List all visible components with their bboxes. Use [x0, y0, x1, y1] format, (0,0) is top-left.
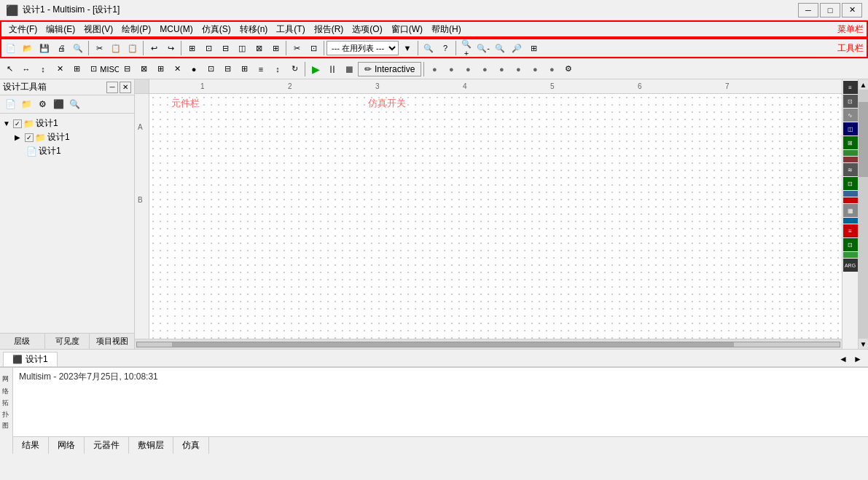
toolbar-print[interactable]: 🖨	[53, 40, 69, 56]
toolbox-folder-icon[interactable]: 📁	[19, 97, 34, 111]
tab-project[interactable]: 项目视图	[90, 334, 134, 349]
comp-btn-label[interactable]: ✕	[52, 61, 68, 77]
sim-mode-btn7[interactable]: ●	[527, 61, 543, 77]
toolbar-btn6[interactable]: ⊞	[267, 40, 284, 56]
toolbox-settings-icon[interactable]: ⚙	[35, 97, 50, 111]
inst-btn-10[interactable]: ⊡	[843, 238, 858, 251]
inst-colored-1[interactable]	[843, 150, 858, 156]
sim-stop-button[interactable]: ⏹	[341, 61, 357, 77]
menu-view[interactable]: 视图(V)	[79, 22, 117, 37]
menu-options[interactable]: 选项(O)	[348, 22, 386, 37]
sim-mode-btn1[interactable]: ●	[426, 61, 442, 77]
menu-transfer[interactable]: 转移(n)	[235, 22, 273, 37]
toolbar-redo[interactable]: ↪	[163, 40, 179, 56]
canvas-grid[interactable]: 元件栏 仿真开关	[149, 94, 842, 339]
toolbox-search-icon[interactable]: 🔍	[67, 97, 82, 111]
inst-btn-2[interactable]: ⊡	[843, 95, 858, 108]
toolbox-new-icon[interactable]: 📄	[3, 97, 17, 111]
tree-root[interactable]: ▼ ✓ 📁 设计1	[3, 117, 131, 130]
toolbar-grid[interactable]: ⊞	[525, 40, 541, 56]
inst-colored-5[interactable]	[843, 218, 858, 224]
toolbar-undo[interactable]: ↩	[146, 40, 162, 56]
menu-file[interactable]: 文件(F)	[4, 22, 42, 37]
maximize-button[interactable]: □	[820, 3, 840, 17]
toolbar-new[interactable]: 📄	[3, 40, 19, 56]
menu-mcu[interactable]: MCU(M)	[155, 23, 197, 36]
bottom-tab-network[interactable]: 网络	[49, 437, 85, 454]
bottom-tab-copper[interactable]: 敷铜层	[129, 437, 173, 454]
toolbar-zoom-out[interactable]: 🔍-	[475, 40, 491, 56]
toolbar-search2[interactable]: ?	[437, 40, 453, 56]
toolbox-power-icon[interactable]: ⬛	[51, 97, 66, 111]
toolbar-btn1[interactable]: ⊞	[184, 40, 200, 56]
tab-scroll-left[interactable]: ◄	[836, 352, 851, 366]
comp-btn-text[interactable]: ⊡	[85, 61, 101, 77]
close-button[interactable]: ✕	[842, 3, 862, 17]
comp-btn-junction[interactable]: ●	[186, 61, 202, 77]
tab-hierarchy[interactable]: 层级	[0, 334, 45, 349]
vertical-scrollbar[interactable]: ▲ ▼	[858, 79, 868, 349]
vscroll-track[interactable]	[859, 90, 868, 339]
inst-colored-3[interactable]	[843, 191, 858, 197]
comp-btn-align[interactable]: ≡	[253, 61, 269, 77]
sim-mode-btn6[interactable]: ●	[510, 61, 526, 77]
tab-scroll-right[interactable]: ►	[851, 352, 865, 366]
tree-root-check[interactable]: ✓	[13, 119, 22, 128]
comp-btn-flip[interactable]: ↕	[270, 61, 286, 77]
inst-btn-8[interactable]: ▦	[843, 204, 858, 217]
inst-colored-2[interactable]	[843, 157, 858, 162]
toolbar-zoom-select[interactable]: 🔎	[509, 40, 525, 56]
toolbar-btn3[interactable]: ⊟	[217, 40, 233, 56]
comp-btn-no-connect[interactable]: ✕	[169, 61, 185, 77]
tree-item-design1[interactable]: ▶ ✓ 📁 设计1	[15, 130, 131, 144]
inst-btn-7[interactable]: ⊡	[843, 177, 858, 190]
menu-window[interactable]: 窗口(W)	[387, 22, 427, 37]
scrollbar-track[interactable]	[136, 342, 840, 347]
inst-colored-6[interactable]	[843, 252, 858, 258]
inuse-list-dropdown[interactable]: --- 在用列表 ---	[327, 41, 399, 55]
toolbar-dropdown-btn[interactable]: ▼	[399, 40, 415, 56]
toolbar-open[interactable]: 📂	[20, 40, 36, 56]
vscroll-up[interactable]: ▲	[859, 79, 868, 90]
comp-btn-conn1[interactable]: ⊠	[136, 61, 152, 77]
sim-interactive-button[interactable]: ✏ Interactive	[358, 62, 421, 76]
toolbar-search1[interactable]: 🔍	[421, 40, 437, 56]
sim-mode-btn4[interactable]: ●	[477, 61, 493, 77]
toolbar-zoom-fit[interactable]: 🔍	[492, 40, 508, 56]
comp-btn-rotate[interactable]: ↻	[286, 61, 302, 77]
menu-sim[interactable]: 仿真(S)	[198, 22, 235, 37]
sim-mode-btn2[interactable]: ●	[443, 61, 459, 77]
sim-pause-button[interactable]: ⏸	[324, 61, 340, 77]
inst-btn-11[interactable]: ARG	[843, 259, 858, 272]
toolbar-btn8[interactable]: ⊡	[305, 40, 321, 56]
vscroll-down[interactable]: ▼	[859, 339, 868, 349]
toolbar-btn2[interactable]: ⊡	[200, 40, 216, 56]
inst-btn-9[interactable]: ≡	[843, 224, 858, 237]
comp-btn-wire[interactable]: ↔	[18, 61, 34, 77]
toolbar-paste[interactable]: 📋	[125, 40, 141, 56]
bottom-tab-results[interactable]: 结果	[13, 437, 49, 454]
comp-btn-vcc[interactable]: ⊞	[236, 61, 252, 77]
inst-colored-4[interactable]	[843, 197, 858, 203]
sim-settings-button[interactable]: ⚙	[560, 61, 576, 77]
menu-tools[interactable]: 工具(T)	[272, 22, 309, 37]
toolbar-btn4[interactable]: ◫	[234, 40, 250, 56]
comp-btn-probe[interactable]: ⊟	[119, 61, 135, 77]
canvas-scrollbar[interactable]	[135, 339, 842, 349]
menu-help[interactable]: 帮助(H)	[427, 22, 466, 37]
comp-btn-bus[interactable]: ↕	[35, 61, 51, 77]
sim-play-button[interactable]: ▶	[308, 61, 324, 77]
toolbar-zoom[interactable]: 🔍	[70, 40, 86, 56]
inst-btn-4[interactable]: ◫	[843, 122, 858, 135]
toolbox-minimize[interactable]: ─	[106, 82, 118, 93]
bottom-tab-simulation[interactable]: 仿真	[173, 437, 209, 454]
menu-report[interactable]: 报告(R)	[310, 22, 348, 37]
toolbar-copy[interactable]: 📋	[108, 40, 124, 56]
comp-btn-power[interactable]: ⊡	[203, 61, 219, 77]
toolbar-btn7[interactable]: ✂	[289, 40, 305, 56]
comp-btn-pointer[interactable]: ↖	[1, 61, 17, 77]
comp-btn-ground[interactable]: ⊟	[219, 61, 235, 77]
toolbar-cut[interactable]: ✂	[91, 40, 107, 56]
inst-btn-5[interactable]: ⊞	[843, 136, 858, 149]
inst-btn-3[interactable]: ∿	[843, 109, 858, 122]
